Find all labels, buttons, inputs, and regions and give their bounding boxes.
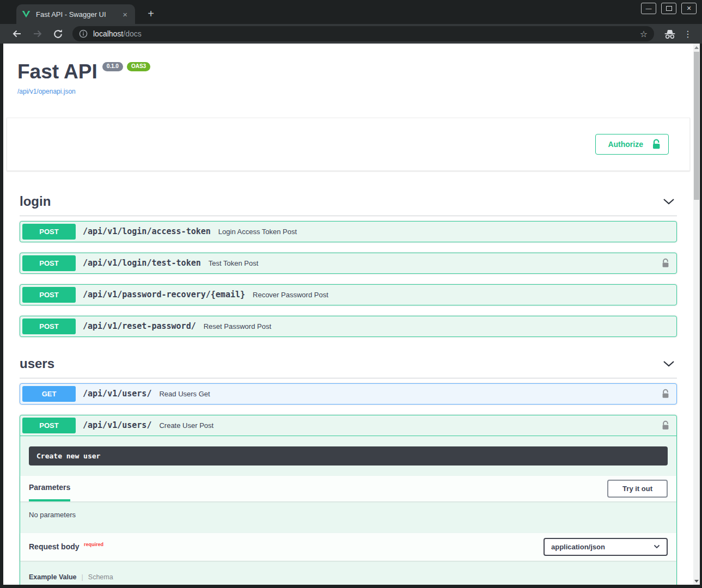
op-path: /api/v1/password-recovery/{email}	[83, 290, 245, 299]
forward-button[interactable]	[32, 28, 43, 39]
minimize-button[interactable]: —	[641, 3, 656, 14]
op-body: Create new user Parameters Try it out No…	[20, 446, 676, 585]
section-login: login POST /api/v1/login/access-token Lo…	[3, 185, 693, 337]
request-body-label: Request body	[29, 542, 80, 551]
chevron-down-icon[interactable]	[663, 360, 675, 367]
chevron-down-icon[interactable]	[663, 198, 675, 205]
unlock-icon	[652, 139, 661, 150]
scrollbar-thumb[interactable]	[694, 52, 699, 200]
media-type-select[interactable]: application/json	[544, 538, 668, 556]
request-body-header: Request body required application/json	[20, 533, 676, 561]
op-summary: Read Users Get	[159, 390, 210, 398]
browser-chrome: Fast API - Swagger UI × + — ✕ localhost/…	[0, 0, 702, 44]
op-login-access-token[interactable]: POST /api/v1/login/access-token Login Ac…	[20, 221, 677, 242]
no-parameters-text: No parameters	[20, 501, 676, 533]
reload-button[interactable]	[53, 29, 63, 39]
op-password-recovery[interactable]: POST /api/v1/password-recovery/{email} R…	[20, 284, 677, 305]
media-type-value: application/json	[551, 543, 605, 551]
section-login-header[interactable]: login	[20, 185, 677, 216]
oas3-badge: OAS3	[127, 62, 150, 71]
tab-close-icon[interactable]: ×	[119, 10, 131, 19]
op-create-user-summary[interactable]: POST /api/v1/users/ Create User Post	[20, 415, 676, 436]
section-title: users	[20, 356, 54, 371]
try-it-out-button[interactable]: Try it out	[607, 480, 668, 498]
version-badge: 0.1.0	[102, 62, 123, 71]
parameters-tab: Parameters	[29, 476, 70, 501]
op-read-users[interactable]: GET /api/v1/users/ Read Users Get	[20, 383, 677, 405]
lock-icon[interactable]	[662, 258, 669, 268]
op-path: /api/v1/users/	[83, 420, 151, 430]
op-summary: Login Access Token Post	[218, 228, 297, 236]
method-badge: POST	[22, 255, 76, 271]
op-path: /api/v1/users/	[83, 389, 151, 399]
tab-title: Fast API - Swagger UI	[36, 10, 119, 19]
swagger-page: Fast API 0.1.0 OAS3 /api/v1/openapi.json…	[3, 44, 700, 585]
method-badge: POST	[22, 318, 76, 334]
op-login-test-token[interactable]: POST /api/v1/login/test-token Test Token…	[20, 253, 677, 274]
authorize-label: Authorize	[608, 140, 643, 149]
op-create-user-expanded: POST /api/v1/users/ Create User Post Cre…	[20, 415, 677, 585]
bookmark-icon[interactable]: ☆	[640, 29, 648, 39]
window-controls: — ✕	[641, 3, 697, 14]
triangle-down-icon	[694, 580, 699, 583]
maximize-button[interactable]	[661, 3, 676, 14]
op-summary: Test Token Post	[209, 259, 259, 267]
op-path: /api/v1/login/test-token	[83, 258, 201, 268]
op-path: /api/v1/login/access-token	[83, 226, 211, 236]
maximize-icon	[666, 6, 672, 11]
example-area: Example Value | Schema {	[20, 561, 676, 585]
new-tab-button[interactable]: +	[144, 7, 158, 21]
address-bar[interactable]: localhost/docs ☆	[72, 26, 654, 41]
op-summary: Reset Password Post	[204, 322, 271, 330]
op-summary: Recover Password Post	[253, 291, 328, 299]
browser-tab[interactable]: Fast API - Swagger UI ×	[16, 4, 135, 24]
op-description: Create new user	[29, 446, 668, 465]
method-badge: POST	[22, 418, 76, 433]
method-badge: GET	[22, 386, 76, 402]
method-badge: POST	[22, 224, 76, 240]
incognito-icon	[664, 29, 676, 39]
browser-toolbar: localhost/docs ☆ ⋮	[0, 24, 702, 44]
section-title: login	[20, 194, 51, 209]
parameters-header: Parameters Try it out	[20, 476, 676, 501]
scrollbar-down-button[interactable]	[693, 577, 700, 585]
tab-schema[interactable]: Schema	[88, 573, 113, 581]
page-scrollbar[interactable]	[693, 44, 700, 585]
triangle-up-icon	[694, 46, 699, 49]
page-content: Fast API 0.1.0 OAS3 /api/v1/openapi.json…	[3, 44, 693, 585]
page-title: Fast API	[17, 61, 97, 83]
api-info: Fast API 0.1.0 OAS3 /api/v1/openapi.json	[3, 44, 693, 96]
op-summary: Create User Post	[159, 421, 213, 430]
back-button[interactable]	[11, 28, 22, 39]
tab-example-value[interactable]: Example Value	[29, 573, 77, 581]
tab-divider: |	[82, 573, 83, 581]
lock-icon[interactable]	[662, 389, 669, 399]
favicon-v-icon	[22, 10, 30, 18]
url-text[interactable]: localhost/docs	[93, 29, 142, 38]
menu-icon[interactable]: ⋮	[683, 29, 692, 39]
scheme-container: Authorize	[7, 118, 690, 171]
required-flag: required	[84, 542, 103, 547]
scrollbar-up-button[interactable]	[693, 44, 700, 51]
op-path: /api/v1/reset-password/	[83, 321, 196, 331]
lock-icon[interactable]	[662, 420, 669, 430]
section-users-header[interactable]: users	[20, 347, 677, 378]
close-button[interactable]: ✕	[681, 3, 697, 14]
authorize-button[interactable]: Authorize	[595, 134, 669, 155]
op-reset-password[interactable]: POST /api/v1/reset-password/ Reset Passw…	[20, 316, 677, 337]
method-badge: POST	[22, 287, 76, 303]
site-info-icon[interactable]	[79, 29, 88, 38]
chevron-down-icon	[654, 544, 660, 549]
openapi-spec-link[interactable]: /api/v1/openapi.json	[17, 88, 76, 95]
section-users: users GET /api/v1/users/ Read Users Get …	[3, 347, 693, 585]
